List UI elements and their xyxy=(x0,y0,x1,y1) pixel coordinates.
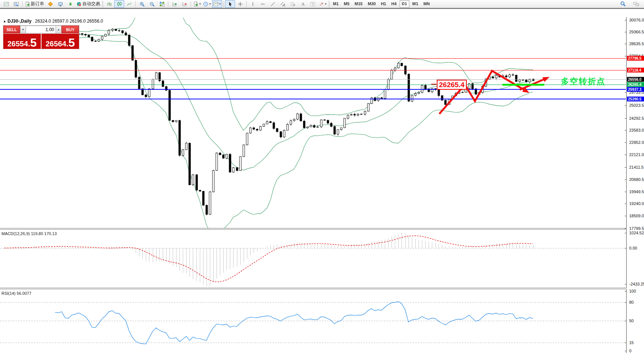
indicators-button[interactable]: ▾ xyxy=(192,0,202,8)
trendline-button[interactable] xyxy=(268,0,278,8)
ohlc-readout: 26324.0 26597.0 26196.0 26556.0 xyxy=(35,19,103,24)
sell-price[interactable]: 26554.5 xyxy=(3,34,41,49)
price-chart-canvas[interactable] xyxy=(0,17,627,353)
search-button[interactable] xyxy=(618,0,628,8)
indicators-icon xyxy=(193,1,198,7)
chevron-down-icon: ▾ xyxy=(325,3,326,6)
price-axis-label: 28635.5 xyxy=(629,42,644,46)
autotrade-button[interactable]: 自动交易 xyxy=(75,0,101,8)
price-axis-tick xyxy=(625,105,627,106)
price-axis-tick xyxy=(625,216,627,216)
sell-button[interactable]: SELL xyxy=(3,26,20,33)
timeframe-d1[interactable]: D1 xyxy=(400,0,409,7)
arrows-button[interactable]: ▾ xyxy=(318,0,328,8)
bar-chart-button[interactable] xyxy=(104,0,114,8)
volume-up-button[interactable]: ▲ xyxy=(56,26,62,33)
timeframe-w1[interactable]: W1 xyxy=(410,0,421,7)
chart-shift-icon xyxy=(182,1,187,7)
candlestick-button[interactable] xyxy=(114,0,124,8)
macd-values: 119.80 170.13 xyxy=(31,231,57,236)
horizontal-line-button[interactable] xyxy=(258,0,268,8)
text-label-button[interactable]: T xyxy=(308,0,318,8)
templates-button[interactable]: ▾ xyxy=(212,0,222,8)
timeframe-m30[interactable]: M30 xyxy=(366,0,378,7)
zoom-out-button[interactable] xyxy=(147,0,157,8)
zoom-in-button[interactable] xyxy=(137,0,147,8)
terminal-button[interactable] xyxy=(55,0,65,8)
chevron-down-icon: ▾ xyxy=(219,3,221,6)
timeframe-mn[interactable]: MN xyxy=(421,0,432,7)
price-axis-label: 20680.5 xyxy=(629,177,644,182)
timeframe-h1[interactable]: H1 xyxy=(379,0,388,7)
price-axis-tick xyxy=(625,130,627,131)
volume-input[interactable] xyxy=(26,26,56,33)
tile-windows-icon xyxy=(159,1,165,7)
symbol-title: DJ30-,Daily xyxy=(7,19,32,24)
text-button[interactable]: A xyxy=(298,0,308,8)
chart-shift-button[interactable] xyxy=(179,0,189,8)
buy-button[interactable]: BUY xyxy=(62,26,79,33)
rsi-value: 56.0077 xyxy=(17,291,32,296)
price-level-tag: 25937.3 xyxy=(627,87,644,92)
chat-button[interactable] xyxy=(631,0,641,8)
cursor-button[interactable] xyxy=(225,0,235,8)
price-axis-label: 30076.0 xyxy=(629,18,644,22)
timeframe-h4[interactable]: H4 xyxy=(389,0,399,7)
timeframe-group: M1M5M15M30H1H4D1W1MN xyxy=(331,0,432,7)
price-level-tag: 27796.5 xyxy=(627,56,644,61)
rsi-axis-label: 50 xyxy=(629,319,634,323)
macd-axis-tick xyxy=(625,233,627,233)
timeframe-m15[interactable]: M15 xyxy=(353,0,365,7)
tile-windows-button[interactable] xyxy=(157,0,167,8)
rsi-axis-label: 15 xyxy=(629,340,634,345)
price-level-tag: 27118.4 xyxy=(627,68,644,73)
equidistant-channel-icon: E xyxy=(280,1,285,7)
metaeditor-button[interactable] xyxy=(45,0,55,8)
line-chart-icon xyxy=(127,1,132,7)
new-chart-button[interactable] xyxy=(1,0,11,8)
chart-window[interactable]: 30076.029366.528635.527904.525733.025023… xyxy=(0,8,644,353)
horizontal-level-line[interactable] xyxy=(0,99,626,99)
pane-separator[interactable] xyxy=(0,228,627,230)
chevron-down-icon: ▾ xyxy=(199,3,201,6)
templates-icon xyxy=(213,1,218,7)
price-axis-tick xyxy=(625,92,627,93)
price-axis-label: 24292.5 xyxy=(629,116,644,121)
price-axis-tick xyxy=(625,179,627,180)
price-axis-label: 19240.0 xyxy=(629,201,644,206)
chevron-down-icon: ▾ xyxy=(209,3,211,6)
collapse-panel-icon[interactable]: ▲ xyxy=(3,19,6,23)
horizontal-line-icon xyxy=(260,1,265,7)
volume-down-button[interactable]: ▼ xyxy=(20,26,26,33)
signals-button[interactable] xyxy=(65,0,75,8)
new-order-button[interactable]: 新订单 xyxy=(24,0,45,8)
crosshair-button[interactable] xyxy=(235,0,245,8)
horizontal-level-line[interactable] xyxy=(0,89,626,90)
equidistant-channel-button[interactable]: E xyxy=(278,0,288,8)
pane-separator[interactable] xyxy=(0,288,627,289)
horizontal-level-line[interactable] xyxy=(0,79,626,80)
zoom-in-icon xyxy=(139,1,145,7)
buy-price-int: 26564 xyxy=(46,40,66,48)
rsi-axis-label: 80 xyxy=(629,300,634,304)
horizontal-level-line[interactable] xyxy=(0,70,626,70)
price-level-annotation: 26265.4 xyxy=(437,80,467,90)
chinese-annotation: 多空转折点 xyxy=(561,76,605,87)
timeframe-m1[interactable]: M1 xyxy=(331,0,341,7)
price-axis-tick xyxy=(625,204,627,204)
vertical-line-button[interactable] xyxy=(248,0,258,8)
sell-price-frac: 5 xyxy=(30,37,37,48)
horizontal-level-line[interactable] xyxy=(0,58,626,59)
fibonacci-button[interactable]: F xyxy=(288,0,298,8)
line-chart-button[interactable] xyxy=(124,0,134,8)
timeframe-m5[interactable]: M5 xyxy=(341,0,351,7)
buy-price[interactable]: 26564.5 xyxy=(42,34,79,49)
metaeditor-icon xyxy=(48,1,53,7)
macd-axis-tick xyxy=(625,284,627,284)
periods-button[interactable]: ▾ xyxy=(202,0,212,8)
price-axis-tick xyxy=(625,155,627,155)
market-watch-button[interactable] xyxy=(11,0,21,8)
buy-price-frac: 5 xyxy=(68,37,75,48)
rsi-axis-label: 0 xyxy=(629,349,631,353)
auto-scroll-button[interactable] xyxy=(169,0,179,8)
